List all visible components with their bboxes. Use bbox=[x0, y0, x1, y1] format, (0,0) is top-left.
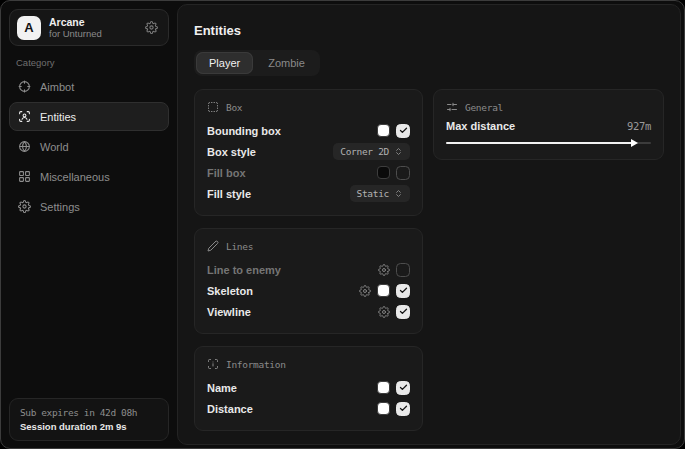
app-logo: A bbox=[17, 16, 41, 40]
info-scan-icon bbox=[207, 358, 219, 370]
checkbox-checked[interactable] bbox=[396, 284, 410, 298]
information-section-title: Information bbox=[226, 359, 286, 370]
sidebar-item-label: Entities bbox=[40, 111, 76, 123]
lines-section-header: Lines bbox=[207, 240, 410, 252]
gear-icon[interactable] bbox=[145, 21, 158, 34]
checkbox-checked[interactable] bbox=[396, 402, 410, 416]
sidebar-nav: Aimbot Entities World Miscellaneous bbox=[9, 72, 169, 222]
chevrons-up-down-icon bbox=[394, 189, 403, 198]
brand-card: A Arcane for Unturned bbox=[9, 9, 169, 46]
setting-row-fill-style: Fill style Static bbox=[207, 183, 410, 204]
sidebar-item-entities[interactable]: Entities bbox=[9, 102, 169, 131]
sidebar-item-aimbot[interactable]: Aimbot bbox=[9, 72, 169, 101]
color-swatch[interactable] bbox=[377, 402, 390, 415]
sidebar-item-settings[interactable]: Settings bbox=[9, 192, 169, 221]
row-settings-gear-icon[interactable] bbox=[378, 306, 390, 318]
setting-row-max-distance: Max distance 927m bbox=[446, 120, 651, 132]
crosshair-icon bbox=[18, 80, 31, 93]
main-panel: Entities Player Zombie Box Bounding box bbox=[177, 4, 681, 445]
checkbox-checked[interactable] bbox=[396, 381, 410, 395]
setting-label: Viewline bbox=[207, 306, 251, 318]
box-section: Box Bounding box Box style Corne bbox=[194, 89, 423, 216]
general-section: General Max distance 927m bbox=[433, 89, 664, 160]
sidebar: A Arcane for Unturned Category Aimbot bbox=[1, 1, 177, 448]
setting-row-bounding-box: Bounding box bbox=[207, 120, 410, 141]
max-distance-value: 927m bbox=[627, 120, 651, 132]
setting-label: Line to enemy bbox=[207, 264, 281, 276]
subscription-status-card: Sub expires in 42d 08h Session duration … bbox=[9, 398, 169, 441]
tab-zombie[interactable]: Zombie bbox=[255, 52, 318, 74]
gear-icon bbox=[18, 200, 31, 213]
checkbox-unchecked[interactable] bbox=[396, 166, 410, 180]
left-column: Box Bounding box Box style Corne bbox=[194, 89, 423, 431]
tab-bar: Player Zombie bbox=[194, 50, 320, 76]
checkbox-unchecked[interactable] bbox=[396, 263, 410, 277]
box-select-icon bbox=[207, 101, 219, 113]
setting-label: Fill box bbox=[207, 167, 246, 179]
color-swatch[interactable] bbox=[377, 166, 390, 179]
setting-label: Box style bbox=[207, 146, 256, 158]
setting-row-name: Name bbox=[207, 377, 410, 398]
setting-label: Name bbox=[207, 382, 237, 394]
chevrons-up-down-icon bbox=[394, 147, 403, 156]
sidebar-item-label: Aimbot bbox=[40, 81, 74, 93]
sidebar-item-label: Settings bbox=[40, 201, 80, 213]
row-settings-gear-icon[interactable] bbox=[378, 264, 390, 276]
general-section-title: General bbox=[465, 102, 503, 113]
information-section-header: Information bbox=[207, 358, 410, 370]
row-settings-gear-icon[interactable] bbox=[359, 285, 371, 297]
setting-row-line-to-enemy: Line to enemy bbox=[207, 259, 410, 280]
setting-row-distance: Distance bbox=[207, 398, 410, 419]
setting-row-viewline: Viewline bbox=[207, 301, 410, 322]
lines-section-title: Lines bbox=[226, 241, 253, 252]
setting-row-skeleton: Skeleton bbox=[207, 280, 410, 301]
content-columns: Box Bounding box Box style Corne bbox=[194, 89, 664, 431]
entity-scan-icon bbox=[18, 110, 31, 123]
checkbox-checked[interactable] bbox=[396, 305, 410, 319]
setting-label: Fill style bbox=[207, 188, 251, 200]
setting-row-box-style: Box style Corner 2D bbox=[207, 141, 410, 162]
max-distance-slider[interactable] bbox=[446, 138, 651, 148]
checkbox-checked[interactable] bbox=[396, 124, 410, 138]
sidebar-item-miscellaneous[interactable]: Miscellaneous bbox=[9, 162, 169, 191]
setting-label: Max distance bbox=[446, 120, 515, 132]
app-window: A Arcane for Unturned Category Aimbot bbox=[0, 0, 685, 449]
color-swatch[interactable] bbox=[377, 124, 390, 137]
box-section-title: Box bbox=[226, 102, 242, 113]
page-title: Entities bbox=[194, 23, 664, 38]
slider-thumb[interactable] bbox=[631, 139, 638, 147]
setting-row-fill-box: Fill box bbox=[207, 162, 410, 183]
setting-label: Distance bbox=[207, 403, 253, 415]
sliders-icon bbox=[446, 101, 458, 113]
session-duration-text: Session duration 2m 9s bbox=[20, 421, 158, 432]
color-swatch[interactable] bbox=[377, 284, 390, 297]
box-section-header: Box bbox=[207, 101, 410, 113]
general-section-header: General bbox=[446, 101, 651, 113]
app-name: Arcane bbox=[49, 16, 137, 28]
box-style-select[interactable]: Corner 2D bbox=[333, 143, 410, 160]
sidebar-item-world[interactable]: World bbox=[9, 132, 169, 161]
lines-section: Lines Line to enemy Skeleton bbox=[194, 228, 423, 334]
app-subtitle: for Unturned bbox=[49, 28, 137, 39]
fill-style-select[interactable]: Static bbox=[350, 185, 411, 202]
select-value: Corner 2D bbox=[340, 146, 389, 157]
tab-player[interactable]: Player bbox=[196, 52, 253, 74]
setting-label: Bounding box bbox=[207, 125, 281, 137]
setting-label: Skeleton bbox=[207, 285, 253, 297]
pencil-icon bbox=[207, 240, 219, 252]
brand-text: Arcane for Unturned bbox=[49, 16, 137, 39]
color-swatch[interactable] bbox=[377, 381, 390, 394]
grid-icon bbox=[18, 170, 31, 183]
sub-expiry-text: Sub expires in 42d 08h bbox=[20, 407, 158, 418]
slider-fill bbox=[446, 142, 635, 144]
select-value: Static bbox=[357, 188, 390, 199]
sidebar-item-label: World bbox=[40, 141, 69, 153]
logo-letter: A bbox=[24, 20, 33, 35]
sidebar-item-label: Miscellaneous bbox=[40, 171, 110, 183]
category-label: Category bbox=[16, 57, 55, 68]
right-column: General Max distance 927m bbox=[433, 89, 664, 160]
globe-icon bbox=[18, 140, 31, 153]
information-section: Information Name Distance bbox=[194, 346, 423, 431]
